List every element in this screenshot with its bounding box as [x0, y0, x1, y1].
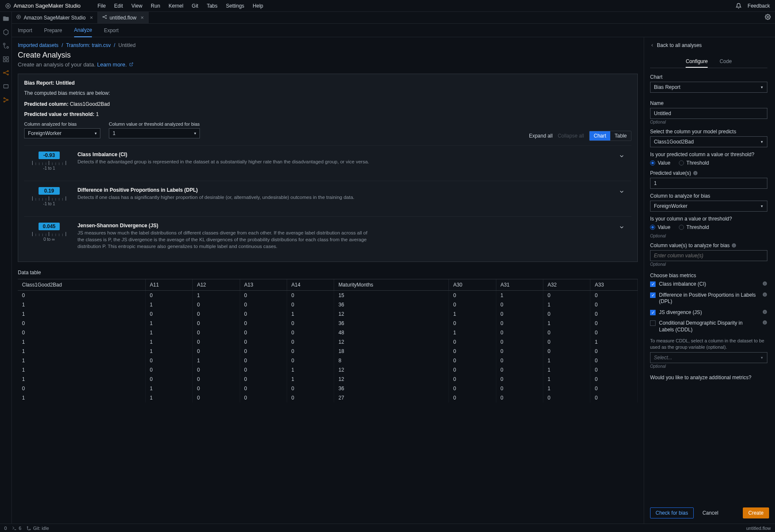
cancel-button[interactable]: Cancel — [697, 507, 724, 518]
column-header[interactable]: A32 — [543, 279, 590, 291]
table-row: 01000360010 — [18, 384, 638, 393]
table-cell: 0 — [449, 300, 496, 309]
metric-checkbox[interactable]: JS divergence (JS)i — [650, 309, 767, 316]
notifications-icon[interactable] — [736, 3, 742, 9]
expand-all-link[interactable]: Expand all — [529, 133, 553, 139]
info-icon[interactable]: i — [762, 281, 767, 286]
flow-icon[interactable] — [3, 69, 9, 76]
info-icon[interactable]: i — [762, 320, 767, 325]
metric-checkbox[interactable]: Class imbalance (CI)i — [650, 281, 767, 288]
radio-dot-icon — [650, 225, 655, 230]
configure-tab[interactable]: Configure — [686, 58, 708, 68]
info-icon[interactable]: i — [762, 309, 767, 314]
predict-column-select[interactable]: Class1Good2Bad — [650, 136, 767, 147]
column-header[interactable]: Class1Good2Bad — [18, 279, 145, 291]
close-icon[interactable]: × — [141, 14, 144, 21]
menu-view[interactable]: View — [131, 3, 142, 9]
breadcrumb-link[interactable]: Imported datasets — [18, 42, 58, 48]
menu-edit[interactable]: Edit — [114, 3, 123, 9]
table-row: 00100150100 — [18, 291, 638, 300]
column-header[interactable]: A31 — [496, 279, 543, 291]
table-cell: 0 — [240, 356, 287, 365]
panel-footer: Check for bias Cancel Create — [650, 502, 769, 524]
create-button[interactable]: Create — [743, 507, 769, 518]
feedback-link[interactable]: Feedback — [747, 3, 770, 9]
settings-icon[interactable] — [765, 14, 771, 20]
tab-label: Amazon SageMaker Studio — [24, 15, 86, 21]
metric-checkbox[interactable]: Conditional Demographic Disparity in Lab… — [650, 320, 767, 333]
menu-tabs[interactable]: Tabs — [207, 3, 217, 9]
info-icon[interactable]: i — [693, 171, 698, 176]
document-tab[interactable]: Amazon SageMaker Studio× — [12, 12, 98, 23]
table-cell: 0 — [145, 309, 192, 319]
radio-threshold[interactable]: Threshold — [679, 160, 709, 166]
radio-col-value[interactable]: Value — [650, 224, 670, 230]
info-icon[interactable]: i — [731, 243, 736, 248]
close-icon[interactable]: × — [90, 14, 93, 21]
column-header[interactable]: A30 — [449, 279, 496, 291]
table-cell: 0 — [543, 337, 590, 347]
cddl-group-select[interactable]: Select... — [650, 352, 767, 363]
menu-help[interactable]: Help — [253, 3, 263, 9]
table-cell: 0 — [193, 384, 240, 393]
report-subtitle: The computed bias metrics are below: — [24, 90, 631, 96]
check-for-bias-button[interactable]: Check for bias — [650, 507, 694, 518]
column-value-select[interactable]: 1 — [109, 128, 200, 138]
column-header[interactable]: MaturityMonths — [334, 279, 449, 291]
code-tab[interactable]: Code — [720, 58, 732, 68]
menu-kernel[interactable]: Kernel — [169, 3, 183, 9]
learn-more-link[interactable]: Learn more. — [97, 61, 127, 68]
menu-settings[interactable]: Settings — [226, 3, 244, 9]
back-to-analyses-link[interactable]: Back to all analyses — [650, 42, 769, 48]
git-status[interactable]: Git: idle — [26, 526, 49, 531]
expand-metric-button[interactable] — [617, 223, 626, 233]
report-title: Bias Report: Untitled — [24, 80, 631, 86]
column-header[interactable]: A12 — [193, 279, 240, 291]
menu-git[interactable]: Git — [192, 3, 198, 9]
menu-file[interactable]: File — [97, 3, 105, 9]
column-bias-select[interactable]: ForeignWorker — [24, 128, 100, 138]
document-tab[interactable]: untitled.flow× — [98, 12, 149, 23]
metric-value: 0.045 — [39, 223, 60, 230]
radio-value[interactable]: Value — [650, 160, 670, 166]
predicted-values-input[interactable] — [650, 178, 767, 189]
breadcrumb: Imported datasets / Transform: train.csv… — [18, 42, 638, 48]
metric-checkbox[interactable]: Difference in Positive Proportions in La… — [650, 292, 767, 305]
pipeline-icon[interactable] — [3, 96, 9, 103]
chart-toggle[interactable]: Chart — [590, 131, 610, 141]
terminals-status[interactable]: 6 — [12, 526, 21, 531]
tabs-icon[interactable] — [3, 83, 9, 90]
svg-rect-12 — [3, 85, 8, 88]
expand-metric-button[interactable] — [617, 152, 626, 162]
breadcrumb-link[interactable]: Transform: train.csv — [66, 42, 111, 48]
table-cell: 0 — [496, 337, 543, 347]
column-header[interactable]: A13 — [240, 279, 287, 291]
col-analyze-select[interactable]: ForeignWorker — [650, 201, 767, 212]
column-header[interactable]: A14 — [287, 279, 334, 291]
tab-import[interactable]: Import — [18, 24, 32, 37]
table-toggle[interactable]: Table — [610, 131, 631, 141]
column-header[interactable]: A33 — [590, 279, 638, 291]
breadcrumb-current: Untitled — [118, 42, 136, 48]
table-row: 1010080010 — [18, 356, 638, 365]
radio-col-threshold[interactable]: Threshold — [679, 224, 709, 230]
chevron-down-icon — [619, 224, 625, 230]
hexagon-icon[interactable] — [3, 29, 9, 36]
optional-hint: Optional — [650, 120, 767, 124]
column-header[interactable]: A11 — [145, 279, 192, 291]
menu-run[interactable]: Run — [151, 3, 160, 9]
chart-type-select[interactable]: Bias Report — [650, 82, 767, 93]
col-values-input[interactable] — [650, 250, 767, 261]
extensions-icon[interactable] — [3, 56, 9, 63]
tab-export[interactable]: Export — [104, 24, 119, 37]
git-icon[interactable] — [3, 42, 9, 49]
name-input[interactable] — [650, 108, 767, 119]
tab-prepare[interactable]: Prepare — [44, 24, 62, 37]
checkbox-label: Conditional Demographic Disparity in Lab… — [659, 320, 759, 333]
info-icon[interactable]: i — [762, 292, 767, 297]
expand-metric-button[interactable] — [617, 187, 626, 198]
svg-rect-6 — [6, 57, 8, 59]
tab-analyze[interactable]: Analyze — [74, 24, 92, 37]
folder-icon[interactable] — [3, 15, 9, 22]
main-panel: Imported datasets / Transform: train.csv… — [12, 37, 644, 524]
